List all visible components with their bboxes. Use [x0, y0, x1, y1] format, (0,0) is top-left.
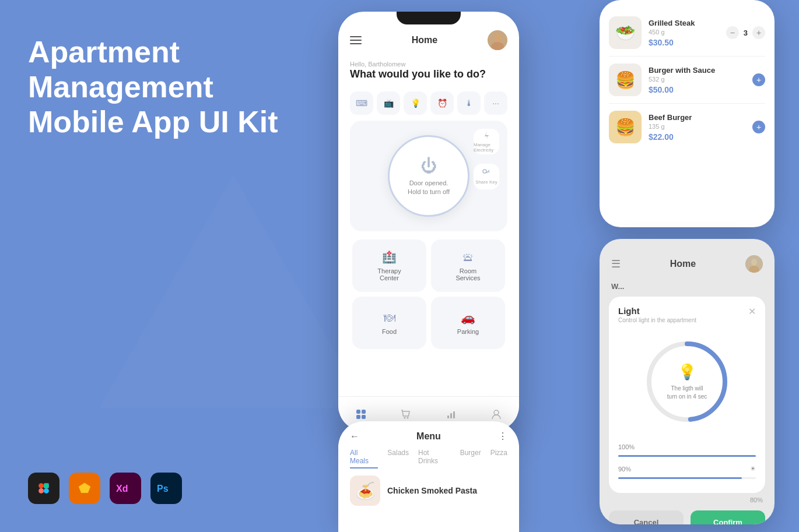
user-avatar[interactable]	[488, 30, 507, 50]
quick-icon-light[interactable]: 💡	[404, 91, 427, 115]
nav-profile[interactable]	[490, 408, 502, 420]
greeting-main: What would you like to do?	[350, 68, 507, 81]
light-dial[interactable]: 💡 The ligth will turn on in 4 sec	[618, 329, 756, 434]
tab-pizza[interactable]: Pizza	[490, 449, 507, 468]
quick-icon-temp[interactable]: 🌡	[457, 91, 481, 115]
quick-icons-row: ⌨ 📺 💡 ⏰ 🌡 ···	[338, 83, 519, 121]
slider-label-90: 90%	[618, 466, 631, 473]
beef-burger-controls: +	[752, 121, 765, 133]
slider-sun-icon: ☀	[750, 465, 756, 473]
therapy-label: TherapyCenter	[377, 267, 401, 281]
sketch-icon[interactable]	[69, 473, 100, 504]
svg-rect-1	[38, 483, 44, 488]
app-title: Apartment Management Mobile App UI Kit	[28, 35, 285, 139]
tab-salads[interactable]: Salads	[387, 449, 409, 468]
nav-home[interactable]	[355, 408, 367, 420]
svg-point-5	[44, 483, 49, 488]
svg-rect-17	[362, 410, 366, 414]
service-therapy[interactable]: 🏥 TherapyCenter	[352, 239, 426, 292]
service-food[interactable]: 🍽 Food	[352, 297, 426, 349]
steak-minus[interactable]: −	[726, 26, 739, 39]
door-circle[interactable]: ⏻ Door opened. Hold to turn off	[388, 135, 469, 217]
light-phone-title: Home	[670, 259, 696, 269]
door-control-area[interactable]: ⏻ Door opened. Hold to turn off Manage E…	[350, 121, 507, 231]
share-key-btn[interactable]: Share Key	[474, 164, 499, 189]
svg-point-27	[751, 259, 757, 266]
door-text: Door opened. Hold to turn off	[408, 179, 450, 197]
light-card-header: Light Control light in the appartment ✕	[618, 306, 756, 323]
quick-icon-clock[interactable]: ⏰	[430, 91, 454, 115]
light-card-close[interactable]: ✕	[748, 306, 756, 317]
light-card-subtitle: Control light in the appartment	[618, 317, 696, 323]
ps-icon[interactable]: Ps	[150, 473, 182, 504]
menu-tabs: All Meals Salads Hot Drinks Burger Pizza	[350, 449, 507, 468]
service-parking[interactable]: 🚗 Parking	[431, 297, 505, 349]
beef-burger-image: 🍔	[609, 111, 642, 143]
beef-burger-name: Beef Burger	[649, 113, 745, 122]
burger-sauce-weight: 532 g	[649, 76, 745, 83]
slider-bar-90[interactable]	[618, 477, 756, 479]
beef-burger-price: $22.00	[649, 132, 745, 142]
slider-row-90: 90% ☀	[618, 461, 756, 476]
power-icon: ⏻	[420, 156, 437, 175]
slider-label-100: 100%	[618, 443, 635, 450]
light-cancel-button[interactable]: Cancel	[609, 510, 684, 524]
svg-rect-23	[450, 413, 452, 418]
phone-notch	[397, 12, 461, 24]
greeting-sub: Hello, Bartholomew	[350, 61, 507, 68]
room-label: RoomServices	[455, 267, 480, 281]
food-item-beef-burger: 🍔 Beef Burger 135 g $22.00 +	[609, 104, 765, 150]
service-room[interactable]: 🛎 RoomServices	[431, 239, 505, 292]
figma-icon[interactable]	[28, 473, 59, 504]
burger-sauce-add[interactable]: +	[752, 73, 765, 86]
light-card-title: Light	[618, 306, 696, 316]
tab-burger[interactable]: Burger	[460, 449, 481, 468]
light-confirm-button[interactable]: Confirm	[691, 510, 765, 524]
door-right-icons: Manage Electricity Share Key	[474, 129, 499, 189]
hamburger-menu[interactable]	[350, 36, 362, 44]
menu-title: Menu	[416, 431, 441, 442]
food-icon: 🍽	[384, 311, 395, 325]
svg-rect-2	[38, 488, 44, 494]
svg-point-21	[407, 417, 409, 418]
svg-text:Xd: Xd	[116, 484, 128, 494]
quick-icon-tv[interactable]: 📺	[377, 91, 400, 115]
svg-line-15	[488, 171, 489, 172]
pasta-name: Chicken Smoked Pasta	[387, 486, 477, 495]
food-item-steak: 🥗 Grilled Steak 450 g $30.50 − 3 +	[609, 9, 765, 57]
nav-shop[interactable]	[400, 408, 412, 420]
svg-rect-24	[453, 411, 455, 418]
svg-point-20	[404, 417, 406, 418]
title-line3: Mobile App UI Kit	[28, 105, 278, 139]
menu-more-button[interactable]: ⋮	[498, 431, 507, 442]
service-grid: 🏥 TherapyCenter 🛎 RoomServices 🍽 Food 🚗 …	[350, 237, 507, 351]
burger-sauce-name: Burger with Sauce	[649, 66, 745, 75]
steak-qty: 3	[744, 29, 748, 37]
steak-plus[interactable]: +	[752, 26, 765, 39]
tab-hot-drinks[interactable]: Hot Drinks	[418, 449, 451, 468]
burger-sauce-controls: +	[752, 73, 765, 86]
svg-rect-22	[447, 415, 449, 418]
light-dial-center: 💡 The ligth will turn on in 4 sec	[667, 363, 707, 401]
light-avatar[interactable]	[745, 255, 763, 273]
svg-rect-16	[356, 410, 360, 414]
nav-stats[interactable]	[446, 408, 457, 420]
therapy-icon: 🏥	[382, 250, 397, 264]
menu-back-button[interactable]: ←	[350, 431, 359, 442]
quick-icon-more[interactable]: ···	[484, 91, 507, 115]
burger-sauce-info: Burger with Sauce 532 g $50.00	[649, 66, 745, 94]
electricity-btn[interactable]: Manage Electricity	[474, 129, 499, 154]
light-greeting: W...	[600, 280, 775, 297]
xd-icon[interactable]: Xd	[110, 473, 141, 504]
slider-bar-100[interactable]	[618, 455, 756, 457]
tab-all-meals[interactable]: All Meals	[350, 449, 378, 468]
title-line1: Apartment	[28, 35, 180, 69]
light-hamburger[interactable]: ☰	[611, 258, 621, 270]
main-phone: Home Hello, Bartholomew What would you l…	[338, 12, 519, 431]
title-line2: Management	[28, 70, 213, 104]
quick-icon-keyboard[interactable]: ⌨	[350, 91, 373, 115]
beef-burger-add[interactable]: +	[752, 121, 765, 133]
svg-rect-18	[356, 415, 360, 419]
electricity-label: Manage Electricity	[474, 142, 499, 153]
light-bottom-buttons: Cancel Confirm	[600, 503, 775, 524]
